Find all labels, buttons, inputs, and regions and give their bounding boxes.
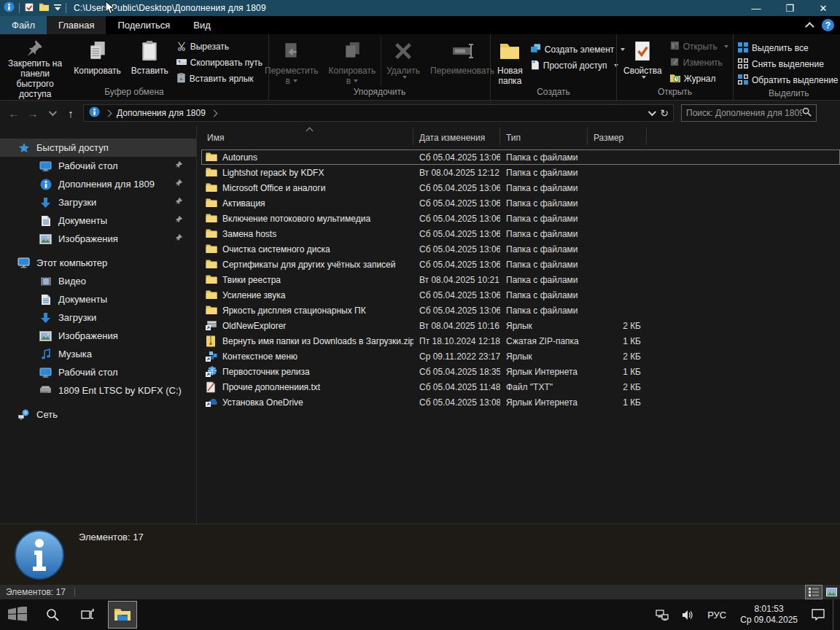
breadcrumb-segment[interactable]: Дополнения для 1809	[117, 108, 206, 118]
breadcrumb-chevron-icon[interactable]	[210, 109, 217, 117]
pin-icon[interactable]	[174, 160, 183, 171]
file-row[interactable]: OldNewExplorer Вт 08.04.2025 10:16 Ярлык…	[201, 318, 840, 333]
pin-icon[interactable]	[174, 233, 183, 244]
action-center-icon[interactable]	[806, 609, 830, 621]
search-box[interactable]: Поиск: Дополнения для 1809	[681, 104, 817, 122]
sidebar-item-info[interactable]: Дополнения для 1809	[0, 175, 196, 193]
thumbnails-view-button[interactable]	[822, 585, 840, 599]
sidebar-item-pictures[interactable]: Изображения	[0, 230, 196, 248]
sidebar-item-pictures[interactable]: Изображения	[0, 327, 196, 345]
new-folder-button[interactable]: Новая папка	[492, 36, 528, 87]
sidebar-section-network[interactable]: Сеть	[0, 405, 196, 424]
restore-button[interactable]: ❐	[773, 0, 806, 16]
file-row[interactable]: Активация Сб 05.04.2025 13:06 Папка с фа…	[201, 195, 840, 211]
easy-access-button[interactable]: Простой доступ	[531, 58, 626, 74]
file-row[interactable]: Очистка системного диска Сб 05.04.2025 1…	[201, 241, 840, 257]
help-icon[interactable]: ?	[822, 19, 834, 31]
close-button[interactable]: ✕	[806, 0, 840, 16]
search-input[interactable]: Поиск: Дополнения для 1809	[686, 108, 802, 118]
pin-icon[interactable]	[174, 215, 183, 226]
breadcrumb-chevron-icon[interactable]	[105, 109, 112, 117]
pin-icon[interactable]	[174, 179, 183, 190]
qat-new-folder-icon[interactable]	[39, 2, 50, 14]
file-explorer-window: C:\Users\Public\Desktop\Дополнения для 1…	[0, 0, 840, 630]
sidebar-item-drive[interactable]: 1809 Ent LTSC by KDFX (C:)	[0, 381, 196, 400]
file-row[interactable]: Замена hosts Сб 05.04.2025 13:06 Папка с…	[201, 226, 840, 241]
task-view-button[interactable]	[70, 599, 105, 630]
tab-view[interactable]: Вид	[182, 16, 222, 34]
select-all-button[interactable]: Выделить все	[738, 40, 839, 56]
tab-home[interactable]: Главная	[47, 16, 106, 34]
details-view-button[interactable]	[805, 585, 822, 599]
column-header-size[interactable]: Размер	[588, 128, 647, 145]
recent-locations-icon[interactable]	[42, 104, 61, 122]
file-row[interactable]: Яркость дисплея стационарных ПК Сб 05.04…	[201, 303, 840, 318]
sidebar-section-this-pc[interactable]: Этот компьютер	[0, 254, 196, 272]
select-none-icon	[738, 58, 748, 71]
minimize-button[interactable]: —	[739, 0, 773, 16]
copy-to-button[interactable]: Копировать в	[324, 36, 381, 87]
network-icon[interactable]	[650, 610, 674, 621]
back-button[interactable]: ←	[4, 104, 23, 122]
file-row[interactable]: Вернуть имя папки из Downloads в Загрузк…	[201, 333, 840, 349]
file-row[interactable]: Microsoft Office и аналоги Сб 05.04.2025…	[201, 180, 840, 195]
address-dropdown-icon[interactable]	[648, 108, 656, 116]
sidebar-item-desktop[interactable]: Рабочий стол	[0, 157, 196, 175]
qat-customize-icon[interactable]	[54, 3, 61, 13]
taskbar-clock[interactable]: 8:01:53 Ср 09.04.2025	[734, 604, 804, 626]
edit-button[interactable]: Изменить	[670, 55, 728, 71]
search-icon[interactable]	[802, 107, 812, 119]
file-row[interactable]: Включение потокового мультимедиа Сб 05.0…	[201, 211, 840, 226]
file-row[interactable]: Autoruns Сб 05.04.2025 13:06 Папка с фай…	[201, 149, 840, 165]
file-row[interactable]: Контекстное меню Ср 09.11.2022 23:17 Ярл…	[201, 349, 840, 364]
sidebar-item-music[interactable]: Музыка	[0, 345, 196, 363]
copy-path-button[interactable]: Скопировать путь	[176, 55, 262, 71]
sidebar-section-quick-access[interactable]: Быстрый доступ	[0, 139, 196, 157]
new-item-button[interactable]: Создать элемент	[531, 42, 626, 58]
qat-properties-icon[interactable]	[24, 2, 34, 15]
up-button[interactable]: ↑	[61, 104, 80, 122]
paste-shortcut-button[interactable]: Вставить ярлык	[176, 71, 262, 87]
sidebar-item-document[interactable]: Документы	[0, 211, 196, 230]
open-button[interactable]: Открыть	[670, 39, 728, 55]
move-to-button[interactable]: Переместить в	[260, 36, 324, 87]
tab-file[interactable]: Файл	[0, 16, 47, 34]
select-none-button[interactable]: Снять выделение	[738, 56, 839, 72]
column-header-type[interactable]: Тип	[500, 128, 588, 145]
copy-button[interactable]: Копировать	[69, 36, 126, 87]
show-desktop-button[interactable]	[833, 599, 837, 630]
paste-button[interactable]: Вставить	[126, 36, 174, 87]
cut-button[interactable]: Вырезать	[176, 39, 262, 55]
file-row[interactable]: Сертификаты для других учётных записей С…	[201, 257, 840, 272]
file-row[interactable]: Прочие дополнениия.txt Сб 05.04.2025 11:…	[201, 379, 840, 394]
delete-button[interactable]: Удалить	[381, 36, 425, 87]
rename-button[interactable]: Переименовать	[425, 36, 499, 87]
sidebar-item-document[interactable]: Документы	[0, 290, 196, 308]
file-row[interactable]: Первосточник релиза Сб 05.04.2025 18:35 …	[201, 364, 840, 379]
breadcrumb-folder-icon	[89, 106, 100, 120]
invert-selection-button[interactable]: Обратить выделение	[738, 72, 839, 88]
pin-to-quick-access-button[interactable]: Закрепить на панели быстрого доступа	[1, 36, 69, 87]
history-button[interactable]: Журнал	[670, 71, 728, 87]
pin-icon[interactable]	[174, 197, 183, 208]
sidebar-item-downloads[interactable]: Загрузки	[0, 308, 196, 327]
file-row[interactable]: Установка OneDrive Сб 05.04.2025 13:08 Я…	[201, 394, 840, 410]
column-header-date[interactable]: Дата изменения	[413, 128, 500, 145]
address-bar[interactable]: Дополнения для 1809 ↻	[83, 104, 674, 122]
column-header-name[interactable]: Имя	[201, 128, 413, 145]
volume-icon[interactable]	[677, 610, 699, 621]
tab-share[interactable]: Поделиться	[106, 16, 182, 34]
file-row[interactable]: Твики реестра Вт 08.04.2025 10:21 Папка …	[201, 272, 840, 287]
language-indicator[interactable]: РУС	[702, 610, 731, 621]
sidebar-item-video[interactable]: Видео	[0, 272, 196, 290]
refresh-icon[interactable]: ↻	[660, 107, 669, 119]
properties-button[interactable]: Свойства	[618, 36, 667, 87]
file-row[interactable]: Усиление звука Сб 05.04.2025 13:06 Папка…	[201, 287, 840, 303]
sidebar-item-desktop[interactable]: Рабочий стол	[0, 363, 196, 381]
taskbar-file-explorer-button[interactable]	[108, 601, 137, 629]
sidebar-item-downloads[interactable]: Загрузки	[0, 193, 196, 211]
file-row[interactable]: Lightshot repack by KDFX Вт 08.04.2025 1…	[201, 165, 840, 180]
start-button[interactable]	[0, 599, 35, 630]
taskbar-search-button[interactable]	[35, 599, 70, 630]
forward-button[interactable]: →	[23, 104, 42, 122]
